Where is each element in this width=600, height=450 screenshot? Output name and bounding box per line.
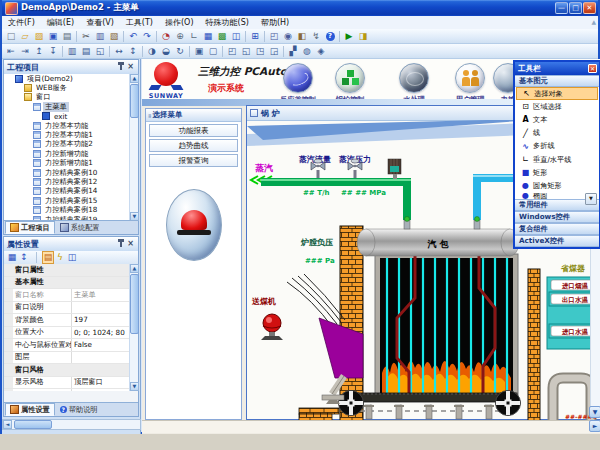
properties-toolbar-icon[interactable]: ▤ (42, 251, 54, 264)
tree-item[interactable]: 力控基本功能1 (4, 130, 138, 139)
toolbar-icon[interactable]: ◈ (314, 45, 328, 58)
close-icon[interactable]: × (127, 63, 134, 71)
toolbar-icon[interactable]: ▥ (65, 45, 79, 58)
panel-tab[interactable]: 系统配置 (55, 221, 105, 234)
toolbar-icon[interactable]: ↥ (32, 45, 46, 58)
canvas-vertical-scrollbar[interactable] (590, 246, 600, 406)
scroll-up-icon[interactable]: ▲ (130, 74, 139, 83)
scroll-thumb[interactable] (130, 84, 139, 118)
toolbar-icon[interactable]: ◲ (267, 45, 281, 58)
property-row[interactable]: 背景颜色 197 (4, 314, 138, 327)
toolbar-icon[interactable]: ↻ (173, 45, 187, 58)
toolbar-icon[interactable]: ▨ (32, 30, 46, 43)
properties-toolbar-icon[interactable]: ◫ (66, 251, 78, 264)
menu-item[interactable]: 查看(V) (80, 17, 120, 28)
tree-item[interactable]: - 主菜单 (4, 102, 138, 111)
toolbar-icon[interactable]: ◍ (300, 45, 314, 58)
close-icon[interactable]: ✕ (588, 64, 597, 73)
tree-item[interactable]: 力控精典案例15 (4, 196, 138, 205)
tree-item[interactable]: 力控基本功能2 (4, 140, 138, 149)
toolbar-icon[interactable]: ◨ (356, 30, 370, 43)
toolbar-icon[interactable]: ▞ (286, 45, 300, 58)
property-row[interactable]: 中心与鼠标位置对 False (4, 339, 138, 352)
toolbox-section-header[interactable]: ActiveX控件 (515, 235, 599, 247)
minimize-button[interactable]: — (555, 2, 568, 14)
toolbar-icon[interactable]: ▣ (192, 45, 206, 58)
properties-toolbar-icon[interactable] (30, 251, 42, 264)
toolbox-section-header[interactable]: Windows控件 (515, 211, 599, 223)
tree-item[interactable]: 力控基本功能 (4, 121, 138, 130)
toolbar-icon[interactable]: ▱ (18, 30, 32, 43)
toolbox-item[interactable]: 垂直/水平线 (516, 153, 598, 166)
toolbar-icon[interactable]: ▦ (201, 30, 215, 43)
scroll-right-icon[interactable]: ► (589, 420, 600, 432)
scroll-thumb[interactable] (130, 274, 139, 334)
menu-item[interactable]: 编辑(E) (41, 17, 80, 28)
toolbox-section-header[interactable]: 复合组件 (515, 223, 599, 235)
scroll-left-icon[interactable]: ◄ (3, 420, 12, 429)
menu-item[interactable]: 特殊功能(S) (200, 17, 255, 28)
toolbar-icon[interactable]: □ (4, 30, 18, 43)
toolbox-item[interactable]: 选择对象 (516, 87, 598, 100)
close-icon[interactable]: × (127, 240, 134, 248)
title-bar[interactable]: DemoApp\Demo2 - 主菜单 — □ ✕ (2, 0, 598, 16)
nav-button-icon[interactable] (283, 63, 313, 93)
toolbar-icon[interactable]: ◰ (267, 30, 281, 43)
property-row[interactable]: 窗口说明 (4, 302, 138, 315)
tree-item[interactable]: 力控精典案例14 (4, 187, 138, 196)
toolbar-icon[interactable]: ✂ (79, 30, 93, 43)
tree-item[interactable]: 力控新增功能 (4, 149, 138, 158)
toolbar-icon[interactable]: ↔ (112, 45, 126, 58)
toolbar-icon[interactable]: ▥ (93, 30, 107, 43)
toolbar-icon[interactable]: ↯ (309, 30, 323, 43)
toolbox-item[interactable]: 圆角矩形 (516, 179, 598, 192)
toolbar-icon[interactable]: ⊞ (248, 30, 262, 43)
toolbar-icon[interactable]: ◱ (93, 45, 107, 58)
toolbar-icon[interactable]: ? (323, 30, 337, 43)
toolbox-item[interactable]: 矩形 (516, 166, 598, 179)
menu-button[interactable]: 功能报表 (149, 124, 238, 137)
alarm-lamp-button[interactable] (166, 189, 222, 261)
left-horizontal-scrollbar[interactable]: ◄ (2, 419, 141, 430)
toolbar-icon[interactable]: ↷ (140, 30, 154, 43)
chevron-down-icon[interactable]: ▼ (585, 193, 597, 205)
menu-item[interactable]: 帮助(H) (255, 17, 295, 28)
toolbar-icon[interactable]: ∟ (187, 30, 201, 43)
panel-tab[interactable]: 工程项目 (5, 221, 55, 234)
properties-toolbar-icon[interactable]: ϟ (54, 251, 66, 264)
toolbar-icon[interactable]: ↕ (126, 45, 140, 58)
toolbar-icon[interactable]: ▣ (46, 30, 60, 43)
toolbar-icon[interactable]: ⇤ (4, 45, 18, 58)
panel-tab[interactable]: 帮助说明 (55, 403, 103, 416)
tree-item[interactable]: exit (4, 112, 138, 121)
menu-item[interactable]: 操作(O) (159, 17, 200, 28)
toolbar-icon[interactable]: ↧ (46, 45, 60, 58)
pin-icon[interactable] (120, 64, 122, 70)
tree-item[interactable]: 力控精典案例18 (4, 205, 138, 214)
toolbar-icon[interactable]: ⇥ (18, 45, 32, 58)
scroll-down-icon[interactable]: ▼ (130, 382, 139, 391)
toolbar-icon[interactable]: ◧ (295, 30, 309, 43)
toolbar-icon[interactable]: ◑ (145, 45, 159, 58)
tree-item[interactable]: + WEB服务 (4, 83, 138, 92)
scroll-down-icon[interactable]: ▼ (589, 406, 600, 418)
toolbox-item[interactable]: 文本 (516, 113, 598, 126)
properties-toolbar-icon[interactable]: ↕ (18, 251, 30, 264)
canvas-horizontal-scrollbar[interactable] (142, 420, 600, 433)
property-row[interactable]: - 基本属性 (4, 277, 138, 290)
tree-item[interactable]: - 窗口 (4, 93, 138, 102)
property-row[interactable]: 显示风格 顶层窗口 (4, 377, 138, 390)
toolbox-titlebar[interactable]: 工具栏 ✕ (515, 62, 599, 75)
toolbox-item[interactable]: 区域选择 (516, 100, 598, 113)
properties-toolbar-icon[interactable]: ▦ (6, 251, 18, 264)
toolbar-icon[interactable]: ▤ (60, 30, 74, 43)
toolbar-icon[interactable]: ▤ (79, 45, 93, 58)
toolbar-icon[interactable]: ▧ (107, 30, 121, 43)
property-row[interactable]: 窗口名称 主菜单 (4, 289, 138, 302)
toolbar-icon[interactable]: ◉ (281, 30, 295, 43)
toolbox-section-basic-shapes[interactable]: 基本图元 (515, 75, 599, 87)
close-button[interactable]: ✕ (583, 2, 596, 14)
property-row[interactable]: + 窗口属性 (4, 264, 138, 277)
tree-item[interactable]: 力控新增功能1 (4, 159, 138, 168)
menu-item[interactable]: 文件(F) (2, 17, 41, 28)
